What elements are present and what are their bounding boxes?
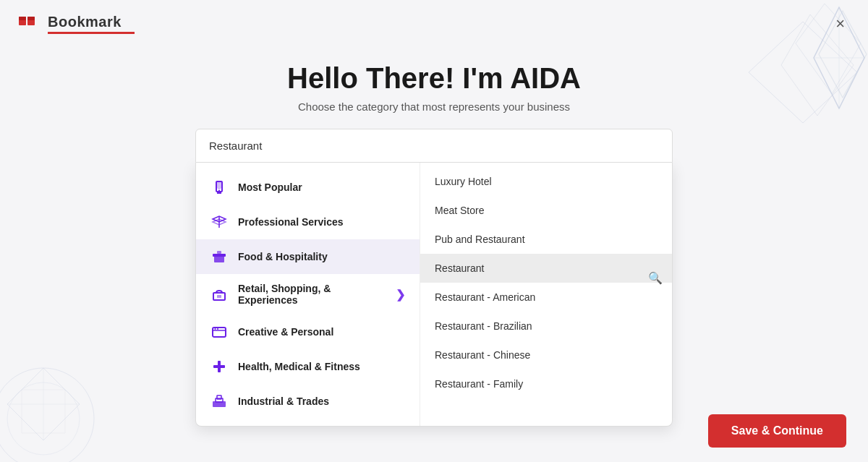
subcategory-item-pub-restaurant[interactable]: Pub and Restaurant (420, 225, 672, 254)
header: Bookmark × (0, 0, 868, 48)
subcategory-item-restaurant-family[interactable]: Restaurant - Family (420, 369, 672, 398)
subcategory-item-restaurant-brazilian[interactable]: Restaurant - Brazilian (420, 312, 672, 341)
category-item-health-medical[interactable]: Health, Medical & Fitness (196, 349, 420, 384)
save-continue-button[interactable]: Save & Continue (708, 414, 846, 448)
page-title: Hello There! I'm AIDA (287, 62, 581, 95)
category-label-most-popular: Most Popular (238, 181, 405, 193)
category-item-most-popular[interactable]: Most Popular (196, 170, 420, 205)
logo-container: Bookmark (17, 14, 135, 34)
svg-rect-20 (27, 17, 35, 20)
category-item-creative-personal[interactable]: Creative & Personal (196, 315, 420, 349)
category-label-creative-personal: Creative & Personal (238, 326, 405, 338)
subcategory-item-restaurant[interactable]: Restaurant (420, 254, 672, 283)
subcategory-item-restaurant-chinese[interactable]: Restaurant - Chinese (420, 341, 672, 369)
main-content: Hello There! I'm AIDA Choose the categor… (0, 48, 868, 427)
categories-list: Most PopularProfessional ServicesFood & … (196, 163, 420, 426)
category-icon-health-medical (210, 358, 228, 375)
category-item-professional-services[interactable]: Professional Services (196, 205, 420, 239)
svg-point-36 (217, 328, 218, 330)
category-label-health-medical: Health, Medical & Fitness (238, 361, 405, 372)
subcategory-item-restaurant-american[interactable]: Restaurant - American (420, 283, 672, 312)
search-container: 🔍 Most PopularProfessional ServicesFood … (195, 129, 673, 427)
svg-rect-19 (19, 17, 26, 20)
search-input[interactable] (195, 129, 673, 163)
category-icon-retail-shopping (210, 286, 228, 303)
category-item-industrial-trades[interactable]: Industrial & Trades (196, 384, 420, 419)
subcategories-list: Luxury HotelMeat StorePub and Restaurant… (420, 163, 672, 408)
close-button[interactable]: × (830, 12, 851, 36)
category-label-industrial-trades: Industrial & Trades (238, 395, 405, 407)
svg-rect-30 (217, 251, 221, 254)
dropdown-panel: Most PopularProfessional ServicesFood & … (195, 163, 673, 427)
category-icon-food-hospitality (210, 248, 228, 265)
category-icon-industrial-trades (210, 393, 228, 410)
svg-rect-38 (213, 365, 225, 368)
category-label-professional-services: Professional Services (238, 216, 405, 228)
category-arrow-retail-shopping: ❯ (396, 288, 405, 301)
svg-point-35 (215, 328, 216, 330)
category-label-food-hospitality: Food & Hospitality (238, 251, 405, 262)
svg-marker-22 (216, 181, 222, 190)
category-icon-creative-personal (210, 323, 228, 341)
category-item-retail-shopping[interactable]: Retail, Shopping, & Experiences❯ (196, 274, 420, 315)
logo-text: Bookmark (48, 14, 135, 30)
subcategory-item-meat-store[interactable]: Meat Store (420, 196, 672, 225)
page-subtitle: Choose the category that most represents… (298, 100, 570, 113)
svg-rect-29 (213, 254, 226, 257)
category-item-food-hospitality[interactable]: Food & Hospitality (196, 239, 420, 274)
bookmark-icon (17, 14, 41, 34)
svg-rect-32 (217, 295, 221, 298)
category-icon-most-popular (210, 179, 228, 196)
search-icon: 🔍 (648, 271, 663, 285)
subcategory-item-luxury-hotel[interactable]: Luxury Hotel (420, 167, 672, 196)
svg-rect-41 (217, 395, 221, 399)
logo-underline (48, 32, 135, 34)
category-label-retail-shopping: Retail, Shopping, & Experiences (238, 283, 386, 306)
category-icon-professional-services (210, 213, 228, 231)
